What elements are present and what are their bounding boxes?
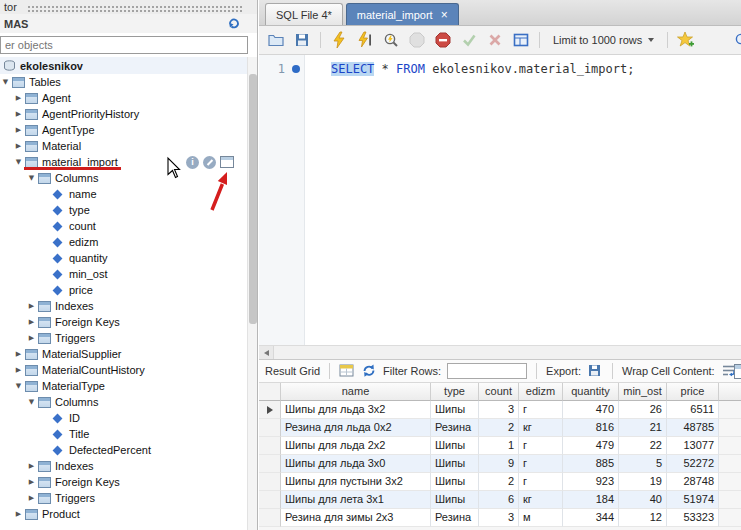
grid-cell[interactable]: Шипы [431,401,479,419]
grid-cell[interactable]: 184 [563,491,619,509]
grid-cell[interactable]: 3 [479,509,519,527]
table-row[interactable]: Шипы для лета 3x1Шипы6кг1844051974 [259,491,741,509]
grid-cell[interactable]: 1 [479,437,519,455]
tree-item-indexes[interactable]: ▶Indexes [0,298,248,314]
result-grid-table[interactable]: nametypecountedizmquantitymin_ostpriceШи… [259,383,741,530]
grid-cell[interactable]: Резина [431,419,479,437]
refresh-icon[interactable] [361,363,377,380]
grid-cell[interactable]: 470 [563,401,619,419]
execute-current-icon[interactable] [354,29,376,51]
tree-item-columns[interactable]: ▼Columns [0,170,248,186]
grid-cell[interactable]: 816 [563,419,619,437]
grid-cell[interactable]: 40 [619,491,667,509]
save-snippet-icon[interactable] [675,29,697,51]
grid-cell[interactable]: 19 [619,473,667,491]
grid-cell[interactable]: 28748 [667,473,719,491]
tree-item-materialcounthistory[interactable]: ▶MaterialCountHistory [0,362,248,378]
grid-cell[interactable]: 923 [563,473,619,491]
side-panel-toggle-icon[interactable] [734,364,741,379]
collapsed-arrow-icon[interactable]: ▶ [26,330,37,346]
beautify-icon[interactable] [731,29,741,51]
expanded-arrow-icon[interactable]: ▼ [26,170,37,186]
grid-header-type[interactable]: type [431,383,479,401]
tree-item-id[interactable]: ID [0,410,248,426]
expanded-arrow-icon[interactable]: ▼ [13,378,24,394]
collapsed-arrow-icon[interactable]: ▶ [26,458,37,474]
tree-item-type[interactable]: type [0,202,248,218]
grid-header-min_ost[interactable]: min_ost [619,383,667,401]
schema-node-ekolesnikov[interactable]: ekolesnikov [0,57,248,74]
collapsed-arrow-icon[interactable]: ▶ [26,474,37,490]
tree-item-foreign-keys[interactable]: ▶Foreign Keys [0,474,248,490]
grid-cell[interactable]: 344 [563,509,619,527]
tree-item-triggers[interactable]: ▶Triggers [0,490,248,506]
tree-item-edizm[interactable]: edizm [0,234,248,250]
row-selector[interactable] [259,473,281,491]
tree-item-indexes[interactable]: ▶Indexes [0,458,248,474]
tree-item-material-import[interactable]: ▼material_import [0,154,248,170]
grid-cell[interactable]: г [519,401,563,419]
grid-cell[interactable]: Шипы для пустыни 3x2 [281,473,431,491]
grid-cell[interactable]: Шипы для льда 3x0 [281,455,431,473]
tree-item-quantity[interactable]: quantity [0,250,248,266]
sql-code-editor[interactable]: 1 SELECT * FROM ekolesnikov.material_imp… [259,55,741,345]
grid-cell[interactable]: кг [519,491,563,509]
grid-cell[interactable]: 9 [479,455,519,473]
row-selector[interactable] [259,401,281,419]
grid-cell[interactable]: 48785 [667,419,719,437]
table-data-icon[interactable] [220,156,234,168]
filter-objects-input[interactable] [0,36,248,54]
tree-item-agenttype[interactable]: ▶AgentType [0,122,248,138]
grid-cell[interactable]: г [519,455,563,473]
grid-cell[interactable]: Шипы для льда 2x2 [281,437,431,455]
collapsed-arrow-icon[interactable]: ▶ [26,314,37,330]
info-icon[interactable] [186,156,199,169]
tree-item-count[interactable]: count [0,218,248,234]
grid-header-name[interactable]: name [281,383,431,401]
collapsed-arrow-icon[interactable]: ▶ [26,298,37,314]
collapsed-arrow-icon[interactable]: ▶ [26,490,37,506]
grid-cell[interactable]: кг [519,419,563,437]
grid-cell[interactable]: Резина [431,509,479,527]
tree-item-materialtype[interactable]: ▼MaterialType [0,378,248,394]
grid-header-edizm[interactable]: edizm [519,383,563,401]
tree-item-materialsupplier[interactable]: ▶MaterialSupplier [0,346,248,362]
grid-cell[interactable]: 51974 [667,491,719,509]
toggle-autocommit-icon[interactable] [510,29,532,51]
grid-cell[interactable]: Резина для зимы 2x3 [281,509,431,527]
collapsed-arrow-icon[interactable]: ▶ [13,90,24,106]
grid-cell[interactable]: Шипы для льда 3x2 [281,401,431,419]
table-row[interactable]: Шипы для льда 3x0Шипы9г885552272 [259,455,741,473]
commit-icon[interactable] [458,29,480,51]
table-row[interactable]: Резина для зимы 2x3Резина3м3441253323 [259,509,741,527]
grid-cell[interactable]: 13077 [667,437,719,455]
tree-item-defectedpercent[interactable]: DefectedPercent [0,442,248,458]
wrench-icon[interactable] [203,156,216,169]
grid-cell[interactable]: Шипы [431,473,479,491]
grid-header-quantity[interactable]: quantity [563,383,619,401]
filter-rows-input[interactable] [447,363,527,379]
table-row[interactable]: Шипы для пустыни 3x2Шипы2г9231928748 [259,473,741,491]
toggle-stop-on-error-icon[interactable] [432,29,454,51]
scroll-left-button[interactable] [259,346,274,359]
table-row[interactable]: Шипы для льда 2x2Шипы1г4792213077 [259,437,741,455]
tab-material-import[interactable]: material_import × [346,3,459,25]
collapsed-arrow-icon[interactable]: ▶ [13,106,24,122]
tree-item-foreign-keys[interactable]: ▶Foreign Keys [0,314,248,330]
rollback-icon[interactable] [484,29,506,51]
close-tab-icon[interactable]: × [441,9,448,21]
export-icon[interactable] [587,363,603,380]
collapsed-arrow-icon[interactable]: ▶ [13,506,24,522]
row-selector[interactable] [259,437,281,455]
tree-item-agent[interactable]: ▶Agent [0,90,248,106]
expanded-arrow-icon[interactable]: ▼ [26,394,37,410]
stop-icon[interactable] [406,29,428,51]
expanded-arrow-icon[interactable]: ▼ [13,154,24,170]
save-script-icon[interactable] [291,29,313,51]
grid-cell[interactable]: Шипы [431,491,479,509]
grid-cell[interactable]: 3 [479,401,519,419]
tree-item-columns[interactable]: ▼Columns [0,394,248,410]
sql-text[interactable]: SELECT * FROM ekolesnikov.material_impor… [305,55,741,345]
grid-cell[interactable]: Шипы [431,437,479,455]
tree-item-price[interactable]: price [0,282,248,298]
